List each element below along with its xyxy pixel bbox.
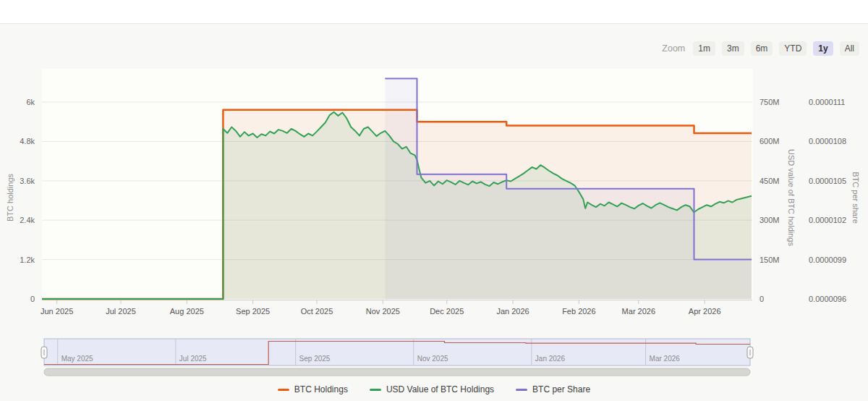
x-axis-label: Feb 2026 [562,307,595,316]
chart-page: Jun 2025Jul 2025Aug 2025Sep 2025Oct 2025… [0,0,868,401]
x-axis-label: Mar 2026 [622,307,655,316]
zoom-button-all[interactable]: All [840,41,859,56]
x-axis-label: Jan 2026 [496,307,529,316]
navigator-label: Jul 2025 [179,355,207,363]
btc-axis-label: 6k [26,98,35,106]
x-axis-label: Jul 2025 [106,307,136,316]
usd-axis-title: USD value of BTC holdings [787,149,796,246]
legend-item-btc-per-share[interactable]: BTC per Share [516,384,590,394]
zoom-button-ytd[interactable]: YTD [779,41,807,56]
usd-axis-label: 600M [760,137,780,145]
x-axis-label: Sep 2025 [236,307,270,316]
legend: BTC Holdings USD Value of BTC Holdings B… [0,384,868,394]
navigator-label: Nov 2025 [417,355,448,363]
navigator-label: Mar 2026 [650,355,681,363]
legend-dash-green [370,389,381,391]
scrollbar[interactable] [44,368,750,376]
share-axis-label: 0.0000102 [809,216,846,224]
legend-label: BTC per Share [532,384,590,394]
legend-item-btc-holdings[interactable]: BTC Holdings [278,384,348,394]
usd-axis-label: 300M [760,216,780,224]
btc-axis-label: 4.8k [20,137,35,145]
usd-axis-label: 150M [760,256,780,264]
navigator-label: May 2025 [61,355,93,363]
legend-dash-orange [278,389,289,391]
share-axis-title: BTC per share [851,172,860,224]
left-axis-title: BTC holdings [6,174,14,221]
chart-canvas: Jun 2025Jul 2025Aug 2025Sep 2025Oct 2025… [0,0,868,401]
zoom-button-3m[interactable]: 3m [722,41,744,56]
btc-axis-label: 0 [30,295,35,303]
legend-dash-purple [516,389,527,391]
x-axis-label: Oct 2025 [301,307,333,316]
navigator-label: Sep 2025 [299,355,331,363]
share-axis-label: 0.0000099 [809,256,846,264]
x-axis-label: Dec 2025 [430,307,464,316]
zoom-button-6m[interactable]: 6m [751,41,773,56]
header-bar [0,0,868,24]
usd-axis-label: 450M [760,177,780,185]
zoom-label: Zoom [662,43,685,54]
x-axis-label: Jun 2025 [41,307,73,316]
range-selector: Zoom 1m 3m 6m YTD 1y All [662,41,859,56]
navigator-label: Jan 2026 [535,355,566,363]
zoom-button-1y[interactable]: 1y [813,41,833,56]
share-axis-label: 0.0000096 [809,295,846,303]
share-axis-label: 0.0000105 [809,177,846,185]
navigator-mask[interactable] [44,339,750,366]
zoom-button-1m[interactable]: 1m [693,41,715,56]
x-axis-label: Apr 2026 [689,307,721,316]
share-axis-label: 0.0000111 [809,98,845,106]
usd-axis-label: 0 [760,295,764,303]
legend-label: USD Value of BTC Holdings [386,384,494,394]
btc-axis-label: 1.2k [20,256,35,264]
x-axis-label: Aug 2025 [170,307,204,316]
share-axis-label: 0.0000108 [809,137,846,145]
btc-axis-label: 3.6k [20,177,35,185]
btc-axis-label: 2.4k [20,216,35,224]
legend-item-usd-value[interactable]: USD Value of BTC Holdings [370,384,494,394]
usd-axis-label: 750M [760,98,780,106]
x-axis-label: Nov 2025 [366,307,400,316]
legend-label: BTC Holdings [294,384,348,394]
